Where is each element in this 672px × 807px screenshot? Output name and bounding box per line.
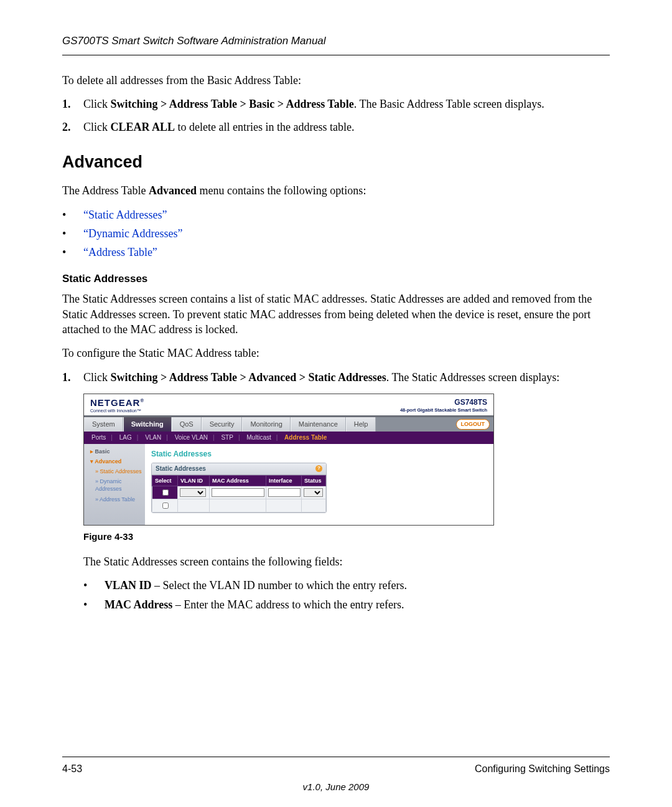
advanced-intro: The Address Table Advanced menu contains… xyxy=(62,183,610,198)
static-addresses-table: Select VLAN ID MAC Address Interface Sta… xyxy=(152,475,326,512)
fields-intro: The Static Addresses screen contains the… xyxy=(83,554,610,569)
step-body: Click CLEAR ALL to delete all entries in… xyxy=(83,120,610,134)
step-number: 1. xyxy=(62,370,83,385)
tab-maintenance[interactable]: Maintenance xyxy=(291,417,346,432)
tab-system[interactable]: System xyxy=(84,417,123,432)
link-address-table[interactable]: “Address Table” xyxy=(83,245,157,260)
col-status: Status xyxy=(302,475,326,486)
subnav-vlan[interactable]: VLAN xyxy=(142,434,164,441)
brand-logo: NETGEAR® xyxy=(90,397,144,409)
subnav-voice-vlan[interactable]: Voice VLAN xyxy=(172,434,210,441)
sidebar-item-address-table[interactable]: » Address Table xyxy=(84,494,145,504)
subnav-ports[interactable]: Ports xyxy=(89,434,108,441)
subnav-lag[interactable]: LAG xyxy=(117,434,134,441)
sidebar-group-basic[interactable]: ▸ Basic xyxy=(84,446,145,456)
section-heading-advanced: Advanced xyxy=(62,151,610,173)
panel-inner-title: Static Addresses xyxy=(156,465,206,473)
field-name-vlan-id: VLAN ID xyxy=(105,579,152,592)
field-desc: – Select the VLAN ID number to which the… xyxy=(152,579,408,592)
step-number: 2. xyxy=(62,120,83,134)
page-header: GS700TS Smart Switch Software Administra… xyxy=(62,34,610,55)
fields-list: •VLAN ID – Select the VLAN ID number to … xyxy=(83,578,610,612)
main-nav: System Switching QoS Security Monitoring… xyxy=(84,415,493,432)
col-select: Select xyxy=(152,475,178,486)
panel-main-title: Static Addresses xyxy=(151,449,487,459)
table-row xyxy=(152,499,326,512)
select-all-checkbox[interactable] xyxy=(162,489,169,496)
table-row xyxy=(152,486,326,499)
advanced-link-list: •“Static Addresses” •“Dynamic Addresses”… xyxy=(62,207,610,260)
link-dynamic-addresses[interactable]: “Dynamic Addresses” xyxy=(83,226,182,241)
status-select[interactable] xyxy=(304,488,323,497)
version-line: v1.0, June 2009 xyxy=(0,781,672,793)
tab-qos[interactable]: QoS xyxy=(172,417,202,432)
interface-input[interactable] xyxy=(268,488,301,497)
tab-switching[interactable]: Switching xyxy=(123,417,172,432)
logout-button[interactable]: LOGOUT xyxy=(456,419,490,429)
static-addresses-desc: The Static Addresses screen contains a l… xyxy=(62,291,610,337)
subsection-static-addresses: Static Addresses xyxy=(62,272,610,286)
subnav-multicast[interactable]: Multicast xyxy=(244,434,273,441)
subnav-address-table[interactable]: Address Table xyxy=(282,434,329,441)
model-name: GS748TS xyxy=(400,397,487,407)
step-body: Click Switching > Address Table > Basic … xyxy=(83,97,610,111)
figure-screenshot: NETGEAR® Connect with Innovation™ GS748T… xyxy=(83,394,610,526)
help-icon[interactable]: ? xyxy=(315,465,322,472)
page-footer: 4-53 Configuring Switching Settings xyxy=(62,757,610,776)
intro-delete: To delete all addresses from the Basic A… xyxy=(62,73,610,88)
configure-steps: 1. Click Switching > Address Table > Adv… xyxy=(62,370,610,385)
chapter-title: Configuring Switching Settings xyxy=(475,762,610,776)
tab-security[interactable]: Security xyxy=(202,417,243,432)
step-body: Click Switching > Address Table > Advanc… xyxy=(83,370,610,385)
tab-help[interactable]: Help xyxy=(346,417,376,432)
sidebar-group-advanced[interactable]: ▾ Advanced xyxy=(84,456,145,466)
sidebar-item-dynamic-addresses[interactable]: » Dynamic Addresses xyxy=(84,476,145,494)
sidebar: ▸ Basic ▾ Advanced » Static Addresses » … xyxy=(84,444,145,525)
configure-intro: To configure the Static MAC Address tabl… xyxy=(62,346,610,361)
row-checkbox[interactable] xyxy=(162,503,169,509)
sidebar-item-static-addresses[interactable]: » Static Addresses xyxy=(84,466,145,476)
figure-caption: Figure 4-33 xyxy=(83,531,610,543)
model-desc: 48-port Gigabit Stackable Smart Switch xyxy=(400,407,487,413)
delete-steps: 1. Click Switching > Address Table > Bas… xyxy=(62,97,610,134)
field-desc: – Enter the MAC address to which the ent… xyxy=(172,598,404,611)
col-mac-address: MAC Address xyxy=(210,475,266,486)
sub-nav: Ports| LAG| VLAN| Voice VLAN| STP| Multi… xyxy=(84,432,493,444)
mac-address-input[interactable] xyxy=(212,488,264,497)
link-static-addresses[interactable]: “Static Addresses” xyxy=(83,207,167,222)
page-number: 4-53 xyxy=(62,762,82,776)
field-name-mac-address: MAC Address xyxy=(105,598,172,611)
brand-tagline: Connect with Innovation™ xyxy=(90,408,144,413)
vlan-id-select[interactable] xyxy=(180,488,206,497)
col-interface: Interface xyxy=(266,475,302,486)
subnav-stp[interactable]: STP xyxy=(218,434,235,441)
tab-monitoring[interactable]: Monitoring xyxy=(242,417,290,432)
col-vlan-id: VLAN ID xyxy=(178,475,210,486)
step-number: 1. xyxy=(62,97,83,111)
